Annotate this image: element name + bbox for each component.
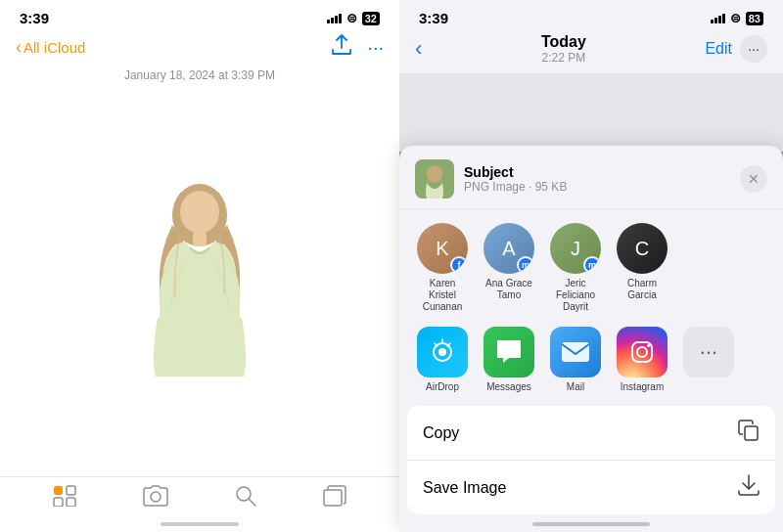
left-panel: 3:39 ⊜ 32 ‹ All iCloud ··· J [0, 0, 399, 532]
share-meta: PNG Image · 95 KB [464, 180, 730, 194]
right-nav: ‹ Today 2:22 PM Edit ··· [399, 30, 783, 73]
right-signal-icon [711, 14, 725, 23]
svg-point-25 [427, 165, 442, 183]
left-time: 3:39 [20, 10, 49, 26]
save-image-action[interactable]: Save Image [407, 461, 775, 514]
copy-action[interactable]: Copy [407, 406, 775, 461]
share-subject: Subject [464, 164, 730, 180]
right-back-icon[interactable]: ‹ [415, 36, 422, 62]
tab-search[interactable] [235, 485, 256, 507]
app-item-mail[interactable]: Mail [548, 327, 603, 392]
app-item-messages[interactable]: Messages [482, 327, 536, 392]
more-button[interactable]: ··· [740, 35, 767, 63]
right-battery-icon: 83 [746, 12, 763, 25]
svg-rect-5 [54, 498, 63, 507]
contact-item-1[interactable]: A m Ana Grace Tamo [482, 223, 536, 313]
edit-button[interactable]: Edit [705, 40, 732, 58]
contact-name-2: Jeric Feliciano Dayrit [548, 278, 603, 313]
contact-avatar-1: A m [484, 223, 534, 274]
right-status-bar: 3:39 ⊜ 83 [399, 0, 783, 30]
home-indicator-right [532, 522, 650, 526]
share-sheet: Subject PNG Image · 95 KB ✕ K f Karen Kr… [399, 146, 783, 532]
right-nav-title: Today [541, 32, 586, 51]
svg-rect-2 [193, 232, 207, 246]
mail-icon [550, 327, 601, 377]
messenger-badge-2: m [583, 256, 601, 274]
right-status-icons: ⊜ 83 [711, 11, 763, 25]
back-label: All iCloud [23, 39, 85, 56]
app-item-instagram[interactable]: Instagram [615, 327, 669, 392]
svg-point-1 [180, 191, 219, 234]
contact-name-3: Charm Garcia [615, 278, 669, 301]
home-indicator-left [161, 522, 239, 526]
tab-library[interactable] [53, 485, 76, 507]
contact-avatar-3: C [617, 223, 668, 274]
back-button[interactable]: ‹ All iCloud [16, 37, 85, 58]
share-icon[interactable] [332, 34, 351, 61]
apps-row: AirDrop Messages Mail [399, 317, 783, 406]
right-nav-subtitle: 2:22 PM [542, 51, 586, 65]
wifi-icon: ⊜ [346, 11, 357, 25]
svg-point-7 [151, 492, 161, 502]
action-list: Copy Save Image [407, 406, 775, 514]
right-time: 3:39 [419, 10, 448, 26]
svg-point-30 [637, 347, 647, 357]
more-icon[interactable]: ··· [367, 36, 384, 59]
right-wifi-icon: ⊜ [730, 11, 741, 25]
contact-name-1: Ana Grace Tamo [482, 278, 536, 301]
left-nav-icons: ··· [332, 34, 384, 61]
save-image-label: Save Image [423, 479, 506, 497]
share-info: Subject PNG Image · 95 KB [464, 164, 730, 194]
messenger-badge-1: m [517, 256, 534, 274]
svg-point-27 [438, 348, 446, 356]
svg-rect-6 [67, 498, 75, 507]
svg-rect-10 [324, 490, 342, 506]
copy-icon [738, 420, 760, 446]
photo-date: January 18, 2024 at 3:39 PM [0, 65, 399, 90]
contact-avatar-0: K f [417, 223, 468, 274]
contact-name-0: Karen Kristel Cunanan [415, 278, 470, 313]
right-panel: 3:39 ⊜ 83 ‹ Today 2:22 PM Edit ··· [399, 0, 783, 532]
contact-item-0[interactable]: K f Karen Kristel Cunanan [415, 223, 470, 313]
contact-item-3[interactable]: C Charm Garcia [615, 223, 669, 313]
photo-strip-area [399, 73, 783, 152]
left-nav: ‹ All iCloud ··· [0, 30, 399, 65]
save-image-icon [738, 474, 760, 501]
battery-icon: 32 [362, 12, 380, 25]
svg-rect-28 [562, 342, 589, 362]
app-name-instagram: Instagram [621, 381, 664, 392]
app-name-mail: Mail [567, 381, 584, 392]
svg-rect-32 [745, 426, 758, 440]
dress-image [136, 181, 263, 386]
app-item-more[interactable]: ··· [681, 327, 736, 392]
messages-icon [484, 327, 534, 377]
app-name-airdrop: AirDrop [426, 381, 459, 392]
app-name-messages: Messages [486, 381, 531, 392]
tab-albums[interactable] [323, 485, 346, 507]
svg-line-9 [249, 499, 255, 506]
more-apps-icon: ··· [683, 327, 734, 377]
right-nav-center: Today 2:22 PM [541, 32, 586, 66]
app-item-airdrop[interactable]: AirDrop [415, 327, 470, 392]
bottom-tab-bar [0, 476, 399, 518]
instagram-icon [617, 327, 668, 377]
share-close-button[interactable]: ✕ [740, 165, 767, 193]
contacts-row: K f Karen Kristel Cunanan A m Ana Grace … [399, 209, 783, 317]
share-header: Subject PNG Image · 95 KB ✕ [399, 146, 783, 209]
back-chevron-icon: ‹ [16, 37, 22, 58]
svg-rect-3 [54, 486, 63, 495]
left-status-bar: 3:39 ⊜ 32 [0, 0, 399, 30]
messenger-badge-0: f [450, 256, 468, 274]
contact-avatar-2: J m [550, 223, 601, 274]
svg-point-31 [647, 344, 650, 347]
left-status-icons: ⊜ 32 [327, 11, 380, 25]
photo-container [0, 90, 399, 476]
airdrop-icon [417, 327, 468, 377]
copy-label: Copy [423, 424, 459, 442]
tab-camera[interactable] [143, 485, 168, 507]
contact-item-2[interactable]: J m Jeric Feliciano Dayrit [548, 223, 603, 313]
signal-icon [327, 14, 342, 23]
share-thumbnail [415, 159, 454, 199]
svg-rect-4 [67, 486, 75, 495]
